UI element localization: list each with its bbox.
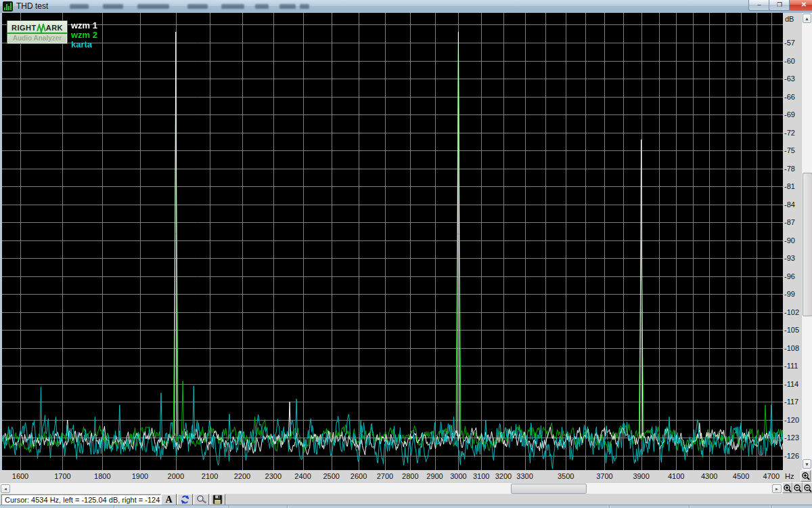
x-tick-label: 2200 — [234, 472, 250, 480]
logo-waveform-icon — [37, 24, 46, 33]
menu-ghost-item[interactable] — [255, 4, 269, 9]
menu-ghost-item[interactable] — [70, 4, 89, 9]
menu-ghost-item[interactable] — [103, 4, 123, 9]
app-icon — [3, 1, 13, 12]
legend-item: karta — [71, 40, 97, 49]
logo-brand-right: ARK — [46, 24, 63, 32]
y-axis-strip: -57-60-63-66-69-72-75-78-81-84-87-90-93-… — [783, 13, 801, 470]
scroll-left-button[interactable]: ◂ — [1, 484, 10, 493]
y-tick-label: -72 — [784, 129, 801, 137]
x-tick-label: 2100 — [202, 472, 218, 480]
save-floppy-icon — [212, 494, 223, 505]
x-tick-label: 3000 — [450, 472, 466, 480]
zoom-out-vertical-button[interactable] — [803, 482, 812, 493]
restore-button[interactable]: ❐ — [769, 0, 790, 11]
x-tick-label: 2300 — [265, 472, 281, 480]
y-tick-label: -93 — [784, 254, 801, 262]
x-tick-label: 2900 — [426, 472, 443, 480]
y-tick-label: -117 — [784, 398, 801, 406]
horizontal-scrollbar[interactable]: ◂ ▸ — [0, 482, 783, 494]
x-tick-label: 1900 — [132, 472, 148, 480]
scroll-right-button[interactable]: ▸ — [772, 484, 782, 493]
close-button[interactable]: ✕ — [789, 0, 812, 11]
x-tick-label: 2400 — [294, 472, 311, 480]
scroll-down-button[interactable]: ▼ — [803, 459, 811, 469]
legend-item: wzm 2 — [71, 30, 97, 40]
menu-ghost-item[interactable] — [137, 4, 169, 9]
window-frame-left — [0, 13, 2, 505]
y-tick-label: -111 — [784, 362, 801, 370]
taskbar-edge-strip[interactable] — [0, 505, 812, 508]
taskbar-separator — [114, 505, 114, 508]
y-tick-label: -90 — [784, 236, 801, 245]
x-tick-label: 3900 — [633, 472, 649, 480]
y-tick-label: -126 — [784, 452, 801, 460]
y-tick-label: -66 — [784, 93, 801, 101]
taskbar-separator — [609, 505, 610, 508]
menu-ghost-item[interactable] — [279, 4, 296, 9]
y-tick-label: -114 — [784, 380, 801, 388]
x-tick-label: 3700 — [596, 472, 612, 480]
x-axis-unit-label: Hz — [785, 472, 794, 480]
font-button[interactable]: A — [161, 494, 177, 505]
y-tick-label: -123 — [784, 433, 801, 442]
rightmark-logo: RIGHT ARK Audio Analyzer — [7, 20, 68, 44]
y-tick-label: -63 — [784, 75, 801, 83]
save-button[interactable] — [210, 494, 225, 505]
title-bar[interactable]: THD test – ❐ ✕ — [0, 0, 812, 14]
logo-subtitle: Audio Analyzer — [7, 34, 67, 42]
menu-ghost-item[interactable] — [187, 4, 208, 9]
scroll-up-button[interactable]: ▲ — [803, 14, 811, 23]
preview-zoom-button[interactable] — [194, 494, 209, 505]
menu-ghost-item[interactable] — [300, 4, 309, 9]
x-tick-label: 3300 — [516, 472, 533, 480]
horizontal-scrollbar-thumb[interactable] — [511, 484, 587, 494]
logo-brand-left: RIGHT — [12, 24, 37, 32]
cursor-readout: Cursor: 4534 Hz, left = -125.04 dB, righ… — [1, 494, 161, 505]
minimize-button[interactable]: – — [748, 0, 770, 11]
y-tick-label: -99 — [784, 290, 801, 298]
x-tick-label: 1700 — [54, 472, 70, 480]
y-tick-label: -69 — [784, 110, 801, 119]
y-tick-label: -60 — [784, 57, 801, 65]
x-tick-label: 3200 — [495, 472, 512, 480]
zoom-in-vertical-button[interactable] — [800, 470, 811, 482]
taskbar-separator — [689, 505, 690, 508]
taskbar-separator — [229, 505, 229, 508]
taskbar-separator — [287, 505, 288, 508]
y-tick-label: -57 — [784, 39, 801, 47]
spectrum-plot-canvas[interactable] — [0, 13, 783, 470]
y-tick-label: -78 — [784, 165, 801, 173]
y-tick-label: -75 — [784, 146, 801, 154]
x-tick-label: 2800 — [402, 472, 418, 480]
y-tick-label: -96 — [784, 272, 801, 280]
x-tick-label: 4700 — [763, 472, 780, 480]
menu-ghost-item[interactable] — [221, 4, 244, 9]
y-tick-label: -105 — [784, 326, 801, 334]
plot-legend: wzm 1wzm 2karta — [71, 21, 97, 49]
zoom-out-horizontal-button[interactable] — [792, 482, 803, 493]
window-title: THD test — [16, 1, 48, 11]
zoom-in-horizontal-button[interactable] — [782, 482, 792, 493]
vertical-scrollbar-thumb[interactable] — [803, 173, 812, 316]
refresh-button[interactable] — [177, 494, 193, 505]
vertical-scrollbar[interactable]: ▲ ▼ — [801, 13, 812, 470]
x-axis-strip: 1600170018001900200021002200230024002500… — [0, 470, 783, 482]
magnifier-icon — [196, 494, 207, 505]
taskbar-separator — [771, 505, 772, 508]
x-tick-label: 4100 — [668, 472, 684, 480]
x-tick-label: 3100 — [473, 472, 489, 480]
refresh-icon — [180, 494, 190, 505]
y-tick-label: -84 — [784, 200, 801, 209]
y-tick-label: -81 — [784, 182, 801, 190]
app-window: THD test – ❐ ✕ RIGHT ARK Audio Analyzer … — [0, 0, 812, 508]
y-tick-label: -102 — [784, 308, 801, 316]
x-tick-label: 1600 — [12, 472, 28, 480]
y-tick-label: -108 — [784, 344, 801, 352]
legend-item: wzm 1 — [71, 21, 97, 30]
x-tick-label: 2500 — [323, 472, 339, 480]
y-tick-label: -87 — [784, 218, 801, 226]
y-tick-label: -120 — [784, 416, 801, 424]
x-tick-label: 2000 — [168, 472, 184, 480]
x-tick-label: 4500 — [733, 472, 749, 480]
